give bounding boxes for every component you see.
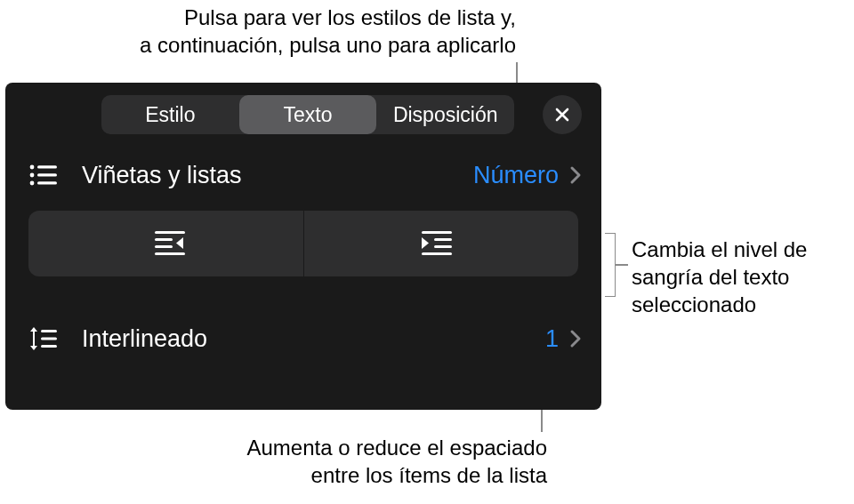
indent-button-group — [28, 211, 578, 276]
format-tabs: Estilo Texto Disposición — [101, 95, 514, 134]
svg-rect-7 — [155, 238, 173, 241]
svg-rect-17 — [41, 345, 57, 348]
line-spacing-row[interactable]: Interlineado 1 — [5, 312, 601, 365]
indent-icon — [418, 228, 464, 259]
close-button[interactable] — [543, 95, 582, 134]
svg-rect-10 — [422, 231, 452, 234]
callout-text-line: Aumenta o reduce el espaciado — [165, 434, 547, 461]
bullets-value: Número — [473, 162, 559, 189]
callout-text-line: Pulsa para ver los estilos de lista y, — [27, 4, 516, 31]
callout-spacing: Aumenta o reduce el espaciado entre los … — [165, 434, 547, 489]
svg-rect-1 — [37, 165, 57, 168]
svg-rect-5 — [37, 181, 57, 184]
svg-rect-9 — [155, 252, 185, 255]
svg-point-2 — [30, 173, 35, 178]
callout-text-line: seleccionado — [632, 291, 845, 318]
bullets-icon — [28, 163, 82, 188]
bullets-label: Viñetas y listas — [82, 162, 473, 189]
svg-rect-13 — [422, 252, 452, 255]
line-spacing-label: Interlineado — [82, 325, 545, 353]
callout-bracket — [605, 233, 616, 297]
svg-rect-8 — [155, 245, 173, 248]
callout-line — [616, 264, 628, 266]
svg-rect-12 — [434, 245, 452, 248]
indent-button[interactable] — [303, 211, 579, 276]
tab-layout[interactable]: Disposición — [376, 95, 514, 134]
tab-text[interactable]: Texto — [239, 95, 377, 134]
svg-rect-16 — [41, 338, 57, 340]
svg-rect-11 — [434, 238, 452, 241]
tab-style[interactable]: Estilo — [101, 95, 239, 134]
callout-indent: Cambia el nivel de sangría del texto sel… — [632, 236, 845, 319]
svg-point-4 — [30, 181, 35, 186]
callout-text-line: entre los ítems de la lista — [165, 461, 547, 489]
svg-rect-14 — [33, 331, 35, 347]
svg-rect-15 — [41, 330, 57, 332]
callout-text-line: sangría del texto — [632, 263, 845, 291]
close-icon — [553, 106, 571, 124]
line-spacing-value: 1 — [545, 325, 559, 353]
outdent-button[interactable] — [28, 211, 303, 276]
callout-list-styles: Pulsa para ver los estilos de lista y, a… — [27, 4, 516, 59]
svg-rect-6 — [155, 231, 185, 234]
line-spacing-icon — [28, 325, 82, 352]
callout-text-line: a continuación, pulsa uno para aplicarlo — [27, 31, 516, 59]
svg-point-0 — [30, 165, 35, 170]
format-panel: Estilo Texto Disposición Viñetas y lista… — [5, 83, 601, 410]
callout-text-line: Cambia el nivel de — [632, 236, 845, 263]
bullets-and-lists-row[interactable]: Viñetas y listas Número — [5, 148, 601, 202]
chevron-right-icon — [569, 165, 582, 185]
outdent-icon — [142, 228, 189, 259]
svg-rect-3 — [37, 173, 57, 176]
chevron-right-icon — [569, 329, 582, 348]
